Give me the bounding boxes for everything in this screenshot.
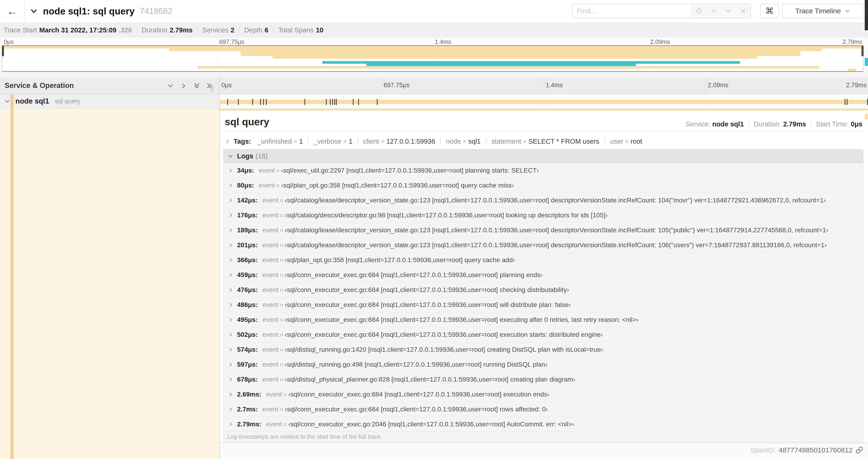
collapse-one-button[interactable] [167,82,174,89]
trace-view-select[interactable]: Trace Timeline [782,4,863,18]
log-field-key: event [262,256,279,264]
log-row[interactable]: 142μs:event=‹sql/catalog/lease/descripto… [223,193,863,208]
chevron-down-icon [228,154,233,159]
divider [225,131,863,132]
log-expand-chevron-icon[interactable] [228,302,233,307]
start-time-value: 0μs [851,120,862,128]
tags-label: Tags: [234,138,251,145]
log-field-equals: = [276,167,280,174]
find-next-button[interactable] [721,4,736,18]
find-clear-button[interactable] [736,4,750,18]
minimap-span-bar [848,69,856,71]
log-field-value: ‹sql/plan_opt.go:358 [nsql1,client=127.0… [285,256,515,264]
log-expand-chevron-icon[interactable] [228,228,233,233]
log-timestamp: 597μs: [237,361,258,368]
log-expand-chevron-icon[interactable] [228,272,233,277]
log-field-key: event [262,197,279,204]
log-field-equals: = [280,272,283,278]
span-service-name: node sql1 [16,97,49,105]
find-input[interactable] [572,4,691,18]
log-field-key: event [266,391,282,398]
trace-overview-minimap[interactable] [2,45,863,72]
log-expand-chevron-icon[interactable] [228,287,233,292]
log-timestamp: 201μs: [237,241,258,249]
span-id-value: 4877749850101760812 [779,446,852,454]
span-operation-name: sql query [55,98,81,105]
log-expand-chevron-icon[interactable] [228,377,233,382]
logs-header[interactable]: Logs (18) [223,150,863,163]
trace-collapse-chevron-icon[interactable] [30,7,38,15]
log-expand-chevron-icon[interactable] [228,392,233,397]
timeline-tick-label: 0μs [4,38,13,45]
log-row[interactable]: 495μs:event=‹sql/conn_executor_exec.go:6… [223,312,863,327]
log-row[interactable]: 189μs:event=‹sql/catalog/lease/descripto… [223,223,863,238]
back-button[interactable]: ← [0,0,25,22]
log-field-key: event [262,226,279,234]
scrollbar-marker-teal [865,58,868,66]
log-field-equals: = [280,227,283,233]
log-row[interactable]: 2.7ms:event=‹sql/conn_executor_exec.go:6… [223,402,863,417]
log-field-key: event [262,376,279,383]
log-row[interactable]: 201μs:event=‹sql/catalog/lease/descripto… [223,238,863,253]
log-expand-chevron-icon[interactable] [228,183,233,188]
log-row[interactable]: 459μs:event=‹sql/conn_executor_exec.go:6… [223,267,863,283]
log-event-marker [332,99,333,105]
scrollbar-thumb[interactable] [865,0,868,30]
log-expand-chevron-icon[interactable] [228,198,233,203]
log-row[interactable]: 34μs:event=‹sql/exec_util.go:2297 [nsql1… [223,163,863,178]
viewport-right-handle[interactable] [862,46,864,56]
log-row[interactable]: 2.79ms:event=‹sql/conn_executor_exec.go:… [223,417,863,432]
tag-equals: = [381,138,384,145]
span-duration-bar[interactable] [220,100,867,104]
locate-button[interactable] [691,4,706,18]
find-prev-button[interactable] [706,4,721,18]
column-divider[interactable] [219,77,220,459]
log-row[interactable]: 574μs:event=‹sql/distsql_running.go:1420… [223,342,863,357]
log-row[interactable]: 597μs:event=‹sql/distsql_running.go:498 … [223,357,863,372]
tag-equals: = [463,138,466,145]
trace-id: 7418682 [140,6,173,16]
log-row[interactable]: 176μs:event=‹sql/catalog/descs/descripto… [223,208,863,223]
timeline-tick-label: 2.09ms [650,38,670,45]
detail-row-span-bar[interactable] [220,108,868,110]
log-event-marker [238,99,239,105]
deep-link-button[interactable] [856,446,863,454]
log-event-marker [845,99,845,105]
log-field-key: event [259,182,275,189]
viewport-left-handle[interactable] [2,46,4,56]
log-row[interactable]: 486μs:event=‹sql/conn_executor_exec.go:6… [223,297,863,312]
log-field-key: event [266,421,282,428]
log-expand-chevron-icon[interactable] [228,407,233,412]
log-timestamp: 495μs: [237,316,258,324]
log-row[interactable]: 366μs:event=‹sql/plan_opt.go:358 [nsql1,… [223,253,863,267]
minimap-row [2,66,863,69]
keyboard-shortcuts-button[interactable]: ⌘ [760,4,779,18]
log-row[interactable]: 80μs:event=‹sql/plan_opt.go:358 [nsql1,c… [223,178,863,193]
column-resizer-handle[interactable] [211,85,214,92]
log-timestamp: 2.79ms: [237,421,261,428]
log-field-equals: = [280,197,283,204]
collapse-all-button[interactable] [193,82,200,89]
log-expand-chevron-icon[interactable] [228,362,233,367]
expand-one-button[interactable] [180,82,187,89]
log-expand-chevron-icon[interactable] [228,168,233,173]
log-row[interactable]: 502μs:event=‹sql/conn_executor_exec.go:6… [223,327,863,342]
minimap-canvas[interactable] [2,46,863,71]
log-row[interactable]: 678μs:event=‹sql/distsql_physical_planne… [223,372,863,387]
log-row[interactable]: 476μs:event=‹sql/conn_executor_exec.go:6… [223,283,863,297]
span-collapse-chevron-icon[interactable] [4,98,10,104]
log-row[interactable]: 2.69ms:event=‹sql/conn_executor_exec.go:… [223,387,863,402]
log-expand-chevron-icon[interactable] [228,242,233,248]
log-expand-chevron-icon[interactable] [228,347,233,352]
log-expand-chevron-icon[interactable] [228,258,233,263]
log-expand-chevron-icon[interactable] [228,332,233,337]
log-event-text: event=‹sql/conn_executor_exec.go:684 [ns… [266,391,549,398]
log-expand-chevron-icon[interactable] [228,213,233,218]
span-row[interactable]: node sql1 sql query [0,94,219,109]
log-expand-chevron-icon[interactable] [228,422,233,427]
tags-row[interactable]: Tags: _unfinished=1_verbose=1client=127.… [225,135,642,148]
tag-item: statement=SELECT * FROM users [491,138,599,145]
span-timeline-row[interactable] [220,94,868,109]
tag-value: root [630,138,642,145]
log-expand-chevron-icon[interactable] [228,317,233,322]
